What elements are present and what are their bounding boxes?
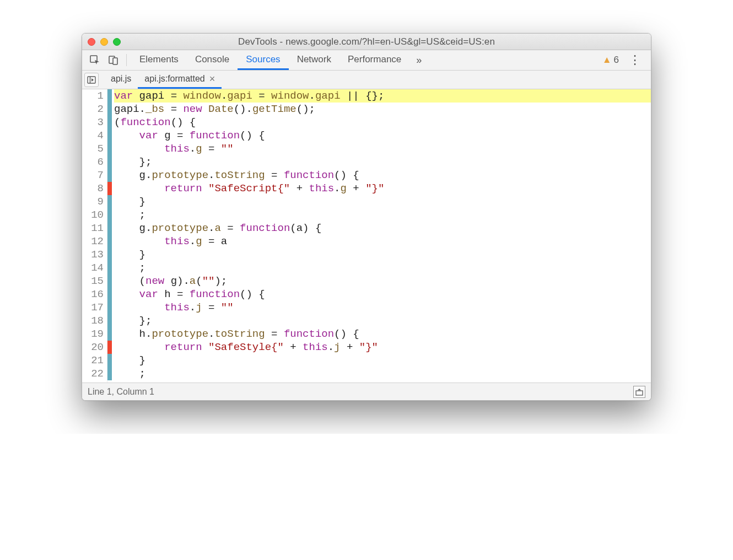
code-line[interactable]: (function() {: [114, 116, 651, 129]
coverage-gutter: [107, 89, 112, 383]
coverage-marker: [107, 288, 112, 301]
svg-rect-2: [113, 58, 117, 64]
tab-elements[interactable]: Elements: [131, 50, 187, 70]
close-window-button[interactable]: [88, 38, 95, 46]
coverage-marker: [107, 155, 112, 169]
code-line[interactable]: (new g).a("");: [114, 274, 651, 288]
coverage-marker: [107, 142, 112, 155]
line-number[interactable]: 9: [82, 195, 104, 208]
coverage-marker: [107, 327, 112, 341]
tab-performance[interactable]: Performance: [339, 50, 409, 70]
line-number[interactable]: 18: [82, 314, 104, 327]
settings-menu-button[interactable]: ⋮: [623, 53, 646, 67]
coverage-marker: [107, 301, 112, 314]
line-number[interactable]: 5: [82, 142, 104, 155]
line-number[interactable]: 2: [82, 103, 104, 116]
coverage-marker: [107, 261, 112, 274]
coverage-marker: [107, 129, 112, 142]
tab-sources[interactable]: Sources: [238, 50, 288, 70]
coverage-marker: [107, 195, 112, 208]
traffic-lights: [88, 38, 121, 46]
divider: [126, 54, 127, 66]
line-number[interactable]: 16: [82, 288, 104, 301]
line-number[interactable]: 6: [82, 155, 104, 169]
line-number-gutter[interactable]: 12345678910111213141516171819202122: [82, 89, 107, 383]
line-number[interactable]: 22: [82, 367, 104, 380]
devtools-window: DevTools - news.google.com/?hl=en-US&gl=…: [82, 33, 651, 401]
line-number[interactable]: 20: [82, 341, 104, 354]
toggle-drawer-button[interactable]: [633, 386, 645, 398]
warnings-badge[interactable]: ▲ 6: [602, 55, 619, 66]
code-line[interactable]: ;: [114, 367, 651, 380]
window-title: DevTools - news.google.com/?hl=en-US&gl=…: [82, 36, 651, 47]
code-line[interactable]: }: [114, 195, 651, 208]
code-line[interactable]: return "SafeScript{" + this.g + "}": [114, 182, 651, 195]
coverage-marker: [107, 274, 112, 288]
close-tab-button[interactable]: ×: [209, 73, 215, 85]
device-toolbar-button[interactable]: [105, 52, 122, 68]
code-line[interactable]: this.g = a: [114, 235, 651, 248]
more-tabs-button[interactable]: »: [412, 55, 426, 66]
coverage-marker: [107, 169, 112, 182]
code-line[interactable]: var h = function() {: [114, 288, 651, 301]
line-number[interactable]: 1: [82, 89, 104, 103]
coverage-marker: [107, 208, 112, 222]
coverage-marker: [107, 354, 112, 367]
minimize-window-button[interactable]: [100, 38, 108, 46]
coverage-marker: [107, 314, 112, 327]
statusbar: Line 1, Column 1: [82, 383, 651, 400]
line-number[interactable]: 7: [82, 169, 104, 182]
line-number[interactable]: 12: [82, 235, 104, 248]
coverage-marker: [107, 89, 112, 103]
line-number[interactable]: 3: [82, 116, 104, 129]
tab-network[interactable]: Network: [289, 50, 339, 70]
coverage-marker: [107, 222, 112, 235]
line-number[interactable]: 17: [82, 301, 104, 314]
line-number[interactable]: 13: [82, 248, 104, 261]
tab-console[interactable]: Console: [187, 50, 238, 70]
code-line[interactable]: gapi._bs = new Date().getTime();: [114, 103, 651, 116]
svg-rect-5: [636, 391, 643, 395]
line-number[interactable]: 19: [82, 327, 104, 341]
source-editor[interactable]: 12345678910111213141516171819202122 var …: [82, 89, 651, 383]
code-line[interactable]: };: [114, 314, 651, 327]
code-line[interactable]: this.g = "": [114, 142, 651, 155]
main-tabstrip: ElementsConsoleSourcesNetworkPerformance…: [82, 50, 651, 71]
file-tab-label: api.js:formatted: [144, 74, 204, 84]
file-tab[interactable]: api.js:formatted×: [138, 71, 222, 89]
file-tabstrip: api.jsapi.js:formatted×: [82, 71, 651, 89]
coverage-marker: [107, 367, 112, 380]
line-number[interactable]: 21: [82, 354, 104, 367]
line-number[interactable]: 15: [82, 274, 104, 288]
code-line[interactable]: ;: [114, 261, 651, 274]
titlebar: DevTools - news.google.com/?hl=en-US&gl=…: [82, 34, 651, 50]
code-line[interactable]: h.prototype.toString = function() {: [114, 327, 651, 341]
code-area[interactable]: var gapi = window.gapi = window.gapi || …: [112, 89, 651, 383]
inspect-element-button[interactable]: [87, 52, 103, 68]
coverage-marker: [107, 235, 112, 248]
coverage-marker: [107, 182, 112, 195]
code-line[interactable]: g.prototype.toString = function() {: [114, 169, 651, 182]
line-number[interactable]: 10: [82, 208, 104, 222]
cursor-position: Line 1, Column 1: [88, 387, 154, 397]
line-number[interactable]: 14: [82, 261, 104, 274]
code-line[interactable]: this.j = "": [114, 301, 651, 314]
line-number[interactable]: 4: [82, 129, 104, 142]
coverage-marker: [107, 103, 112, 116]
code-line[interactable]: g.prototype.a = function(a) {: [114, 222, 651, 235]
zoom-window-button[interactable]: [113, 38, 121, 46]
code-line[interactable]: return "SafeStyle{" + this.j + "}": [114, 341, 651, 354]
line-number[interactable]: 8: [82, 182, 104, 195]
code-line[interactable]: var g = function() {: [114, 129, 651, 142]
code-line[interactable]: ;: [114, 208, 651, 222]
line-number[interactable]: 11: [82, 222, 104, 235]
warning-icon: ▲: [602, 55, 612, 66]
file-tab-label: api.js: [111, 74, 131, 84]
coverage-marker: [107, 341, 112, 354]
file-tab[interactable]: api.js: [104, 71, 138, 89]
code-line[interactable]: }: [114, 248, 651, 261]
code-line[interactable]: }: [114, 354, 651, 367]
code-line[interactable]: };: [114, 155, 651, 169]
code-line[interactable]: var gapi = window.gapi = window.gapi || …: [114, 89, 651, 103]
show-navigator-button[interactable]: [84, 73, 99, 87]
